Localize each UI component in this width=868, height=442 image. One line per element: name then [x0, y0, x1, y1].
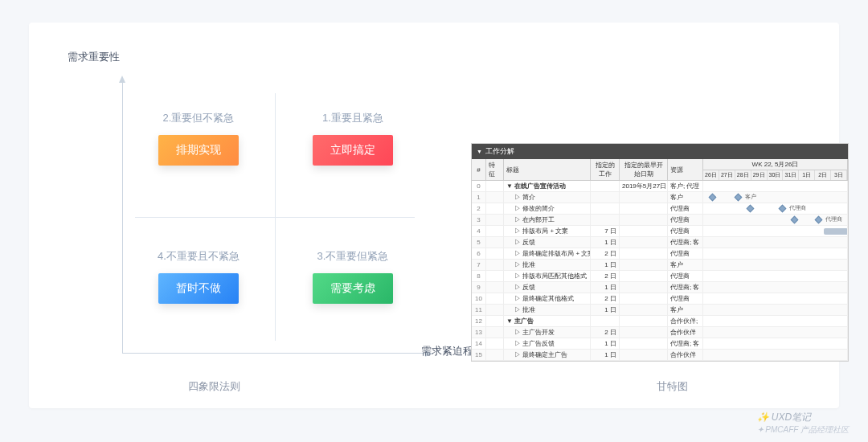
cell-start: 2019年5月27日	[620, 181, 668, 191]
table-row: 5▷ 反馈1 日代理商; 客	[472, 237, 848, 248]
cell-start	[620, 282, 668, 293]
cell-num: 5	[472, 237, 486, 248]
diamond-icon	[735, 194, 743, 202]
cell-num: 0	[472, 181, 486, 191]
cell-title: ▷ 修改的简介	[504, 203, 591, 214]
cell-work	[591, 203, 620, 214]
quadrant-1-button: 立即搞定	[313, 135, 393, 166]
cell-title: ▷ 最终确定其他格式	[504, 293, 591, 304]
cell-bar	[703, 181, 848, 191]
canvas: 需求重要性 2.重要但不紧急 排期实现 1.重要且紧急 立即搞定 4.不重要且不…	[29, 23, 839, 408]
watermark-line2: ✦ PMCAFF 产品经理社区	[757, 424, 849, 436]
cell-start	[620, 192, 668, 203]
gantt-title: 工作分解	[485, 146, 514, 157]
cell-title: ▷ 排版布局 + 文案	[504, 226, 591, 236]
cell-resource: 客户; 代理	[668, 181, 703, 191]
cell-idx	[486, 248, 504, 259]
table-row: 12▼ 主广告合作伙伴;	[472, 316, 848, 327]
cell-title: ▷ 反馈	[504, 237, 591, 248]
col-timeline: WK 22, 5月26日 26日27日28日29日30日31日1日2日3日	[703, 159, 848, 180]
cell-idx	[486, 282, 504, 293]
cell-resource: 代理商	[668, 293, 703, 304]
cell-num: 1	[472, 192, 486, 203]
y-axis-label: 需求重要性	[68, 50, 120, 64]
table-row: 2▷ 修改的简介代理商代理商	[472, 203, 848, 215]
timeline-day: 30日	[768, 170, 784, 180]
cell-start	[620, 305, 668, 315]
cell-idx	[486, 237, 504, 248]
gantt-body: 0▼ 在线广告宣传活动2019年5月27日客户; 代理1▷ 简介客户客户2▷ 修…	[472, 181, 848, 361]
cell-idx	[486, 215, 504, 225]
table-row: 0▼ 在线广告宣传活动2019年5月27日客户; 代理	[472, 181, 848, 192]
horizontal-divider	[135, 217, 415, 218]
quadrant-caption: 四象限法则	[166, 379, 262, 394]
quadrant-4-button: 暂时不做	[158, 273, 239, 304]
cell-work: 1 日	[591, 237, 620, 248]
cell-idx	[486, 181, 504, 191]
bar-label: 客户	[745, 193, 756, 201]
cell-work: 1 日	[591, 305, 620, 315]
cell-resource: 代理商; 客	[668, 237, 703, 248]
cell-title: ▷ 最终确定主广告	[504, 350, 591, 360]
col-feature: 特征	[486, 159, 504, 180]
cell-num: 14	[472, 338, 486, 349]
col-num: #	[472, 159, 486, 180]
cell-work: 1 日	[591, 350, 620, 360]
cell-num: 4	[472, 226, 486, 236]
gantt-caption: 甘特图	[624, 379, 720, 394]
table-row: 15▷ 最终确定主广告1 日合作伙伴	[472, 350, 848, 361]
cell-start	[620, 226, 668, 236]
cell-bar	[703, 260, 848, 270]
cell-num: 9	[472, 282, 486, 293]
cell-title: ▷ 批准	[504, 260, 591, 270]
cell-resource: 代理商	[668, 203, 703, 214]
cell-num: 6	[472, 248, 486, 259]
y-axis	[122, 80, 123, 354]
gantt-header-row: # 特征 标题 指定的工作 指定的最早开始日期 资源 WK 22, 5月26日 …	[472, 159, 848, 181]
cell-start	[620, 215, 668, 225]
timeline-day: 27日	[719, 170, 735, 180]
cell-num: 8	[472, 271, 486, 281]
table-row: 13▷ 主广告开发2 日合作伙伴	[472, 327, 848, 338]
cell-work	[591, 192, 620, 203]
cell-bar	[703, 305, 848, 315]
cell-title: ▼ 在线广告宣传活动	[504, 181, 591, 191]
cell-resource: 客户	[668, 260, 703, 270]
cell-num: 2	[472, 203, 486, 214]
cell-bar	[703, 226, 848, 236]
quadrant-axes: 2.重要但不紧急 排期实现 1.重要且紧急 立即搞定 4.不重要且不紧急 暂时不…	[122, 80, 428, 354]
diamond-icon	[815, 216, 823, 224]
cell-num: 15	[472, 350, 486, 360]
cell-start	[620, 203, 668, 214]
timeline-week: WK 22, 5月26日	[703, 159, 847, 170]
cell-title: ▷ 主广告开发	[504, 327, 591, 338]
diamond-icon	[779, 205, 787, 213]
diamond-icon	[747, 205, 755, 213]
cell-resource: 客户	[668, 305, 703, 315]
col-work: 指定的工作	[591, 159, 620, 180]
cell-resource: 代理商	[668, 248, 703, 259]
cell-bar	[703, 271, 848, 281]
cell-work: 1 日	[591, 282, 620, 293]
cell-start	[620, 327, 668, 338]
cell-idx	[486, 226, 504, 236]
quadrant-3: 3.不重要但紧急 需要考虑	[293, 249, 413, 304]
cell-bar	[703, 327, 848, 338]
cell-title: ▷ 简介	[504, 192, 591, 203]
cell-start	[620, 260, 668, 270]
cell-start	[620, 338, 668, 349]
cell-start	[620, 350, 668, 360]
cell-title: ▷ 最终确定排版布局 + 文案	[504, 248, 591, 259]
table-row: 3▷ 在内部开工代理商代理商	[472, 215, 848, 226]
col-resource: 资源	[668, 159, 703, 180]
cell-start	[620, 248, 668, 259]
cell-num: 7	[472, 260, 486, 270]
cell-bar: 代理商	[703, 203, 848, 214]
quadrant-3-button: 需要考虑	[313, 273, 393, 304]
arrow-up-icon	[119, 76, 125, 83]
cell-work: 1 日	[591, 338, 620, 349]
table-row: 8▷ 排版布局匹配其他格式2 日代理商	[472, 271, 848, 282]
col-start: 指定的最早开始日期	[620, 159, 668, 180]
timeline-days: 26日27日28日29日30日31日1日2日3日	[703, 170, 847, 180]
cell-start	[620, 316, 668, 326]
